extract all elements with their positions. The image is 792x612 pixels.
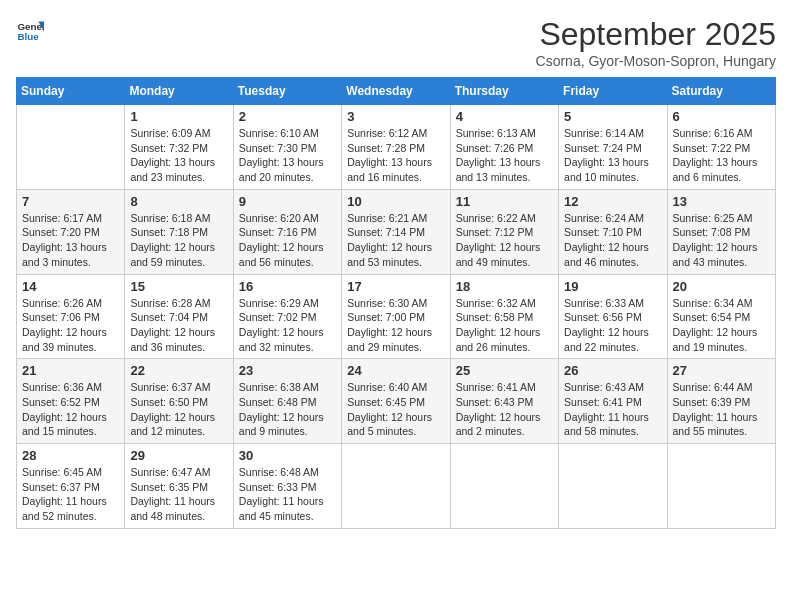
day-info: Sunrise: 6:28 AMSunset: 7:04 PMDaylight:… xyxy=(130,296,227,355)
calendar-cell xyxy=(450,444,558,529)
calendar-cell xyxy=(559,444,667,529)
day-info: Sunrise: 6:47 AMSunset: 6:35 PMDaylight:… xyxy=(130,465,227,524)
day-number: 2 xyxy=(239,109,336,124)
day-number: 14 xyxy=(22,279,119,294)
day-number: 13 xyxy=(673,194,770,209)
day-info: Sunrise: 6:12 AMSunset: 7:28 PMDaylight:… xyxy=(347,126,444,185)
day-number: 26 xyxy=(564,363,661,378)
day-number: 16 xyxy=(239,279,336,294)
day-info: Sunrise: 6:09 AMSunset: 7:32 PMDaylight:… xyxy=(130,126,227,185)
day-number: 3 xyxy=(347,109,444,124)
day-info: Sunrise: 6:13 AMSunset: 7:26 PMDaylight:… xyxy=(456,126,553,185)
day-info: Sunrise: 6:17 AMSunset: 7:20 PMDaylight:… xyxy=(22,211,119,270)
calendar-cell: 20Sunrise: 6:34 AMSunset: 6:54 PMDayligh… xyxy=(667,274,775,359)
day-number: 4 xyxy=(456,109,553,124)
calendar-cell: 6Sunrise: 6:16 AMSunset: 7:22 PMDaylight… xyxy=(667,105,775,190)
calendar-cell: 4Sunrise: 6:13 AMSunset: 7:26 PMDaylight… xyxy=(450,105,558,190)
week-row-3: 14Sunrise: 6:26 AMSunset: 7:06 PMDayligh… xyxy=(17,274,776,359)
day-number: 12 xyxy=(564,194,661,209)
day-number: 19 xyxy=(564,279,661,294)
day-info: Sunrise: 6:25 AMSunset: 7:08 PMDaylight:… xyxy=(673,211,770,270)
calendar-cell: 21Sunrise: 6:36 AMSunset: 6:52 PMDayligh… xyxy=(17,359,125,444)
day-info: Sunrise: 6:40 AMSunset: 6:45 PMDaylight:… xyxy=(347,380,444,439)
header-day-wednesday: Wednesday xyxy=(342,78,450,105)
header: General Blue September 2025 Csorna, Gyor… xyxy=(16,16,776,69)
day-number: 22 xyxy=(130,363,227,378)
calendar-cell: 26Sunrise: 6:43 AMSunset: 6:41 PMDayligh… xyxy=(559,359,667,444)
day-info: Sunrise: 6:33 AMSunset: 6:56 PMDaylight:… xyxy=(564,296,661,355)
day-number: 20 xyxy=(673,279,770,294)
day-info: Sunrise: 6:30 AMSunset: 7:00 PMDaylight:… xyxy=(347,296,444,355)
day-info: Sunrise: 6:26 AMSunset: 7:06 PMDaylight:… xyxy=(22,296,119,355)
day-info: Sunrise: 6:16 AMSunset: 7:22 PMDaylight:… xyxy=(673,126,770,185)
header-day-sunday: Sunday xyxy=(17,78,125,105)
day-info: Sunrise: 6:18 AMSunset: 7:18 PMDaylight:… xyxy=(130,211,227,270)
day-info: Sunrise: 6:29 AMSunset: 7:02 PMDaylight:… xyxy=(239,296,336,355)
calendar-cell: 15Sunrise: 6:28 AMSunset: 7:04 PMDayligh… xyxy=(125,274,233,359)
header-row: SundayMondayTuesdayWednesdayThursdayFrid… xyxy=(17,78,776,105)
header-day-tuesday: Tuesday xyxy=(233,78,341,105)
day-info: Sunrise: 6:45 AMSunset: 6:37 PMDaylight:… xyxy=(22,465,119,524)
day-number: 9 xyxy=(239,194,336,209)
day-info: Sunrise: 6:36 AMSunset: 6:52 PMDaylight:… xyxy=(22,380,119,439)
day-info: Sunrise: 6:34 AMSunset: 6:54 PMDaylight:… xyxy=(673,296,770,355)
calendar-cell: 5Sunrise: 6:14 AMSunset: 7:24 PMDaylight… xyxy=(559,105,667,190)
calendar-cell: 11Sunrise: 6:22 AMSunset: 7:12 PMDayligh… xyxy=(450,189,558,274)
calendar-cell: 18Sunrise: 6:32 AMSunset: 6:58 PMDayligh… xyxy=(450,274,558,359)
calendar-cell: 30Sunrise: 6:48 AMSunset: 6:33 PMDayligh… xyxy=(233,444,341,529)
calendar-cell: 1Sunrise: 6:09 AMSunset: 7:32 PMDaylight… xyxy=(125,105,233,190)
title-area: September 2025 Csorna, Gyor-Moson-Sopron… xyxy=(536,16,776,69)
day-number: 7 xyxy=(22,194,119,209)
calendar-cell: 16Sunrise: 6:29 AMSunset: 7:02 PMDayligh… xyxy=(233,274,341,359)
day-info: Sunrise: 6:22 AMSunset: 7:12 PMDaylight:… xyxy=(456,211,553,270)
header-day-thursday: Thursday xyxy=(450,78,558,105)
calendar-header: SundayMondayTuesdayWednesdayThursdayFrid… xyxy=(17,78,776,105)
calendar-cell: 28Sunrise: 6:45 AMSunset: 6:37 PMDayligh… xyxy=(17,444,125,529)
svg-text:Blue: Blue xyxy=(17,31,39,42)
day-number: 29 xyxy=(130,448,227,463)
calendar-cell: 22Sunrise: 6:37 AMSunset: 6:50 PMDayligh… xyxy=(125,359,233,444)
day-number: 27 xyxy=(673,363,770,378)
day-info: Sunrise: 6:37 AMSunset: 6:50 PMDaylight:… xyxy=(130,380,227,439)
day-number: 5 xyxy=(564,109,661,124)
day-number: 24 xyxy=(347,363,444,378)
calendar-cell: 25Sunrise: 6:41 AMSunset: 6:43 PMDayligh… xyxy=(450,359,558,444)
calendar-cell: 14Sunrise: 6:26 AMSunset: 7:06 PMDayligh… xyxy=(17,274,125,359)
calendar-table: SundayMondayTuesdayWednesdayThursdayFrid… xyxy=(16,77,776,529)
day-info: Sunrise: 6:41 AMSunset: 6:43 PMDaylight:… xyxy=(456,380,553,439)
day-info: Sunrise: 6:48 AMSunset: 6:33 PMDaylight:… xyxy=(239,465,336,524)
day-info: Sunrise: 6:24 AMSunset: 7:10 PMDaylight:… xyxy=(564,211,661,270)
week-row-4: 21Sunrise: 6:36 AMSunset: 6:52 PMDayligh… xyxy=(17,359,776,444)
day-number: 23 xyxy=(239,363,336,378)
calendar-cell: 8Sunrise: 6:18 AMSunset: 7:18 PMDaylight… xyxy=(125,189,233,274)
calendar-cell: 23Sunrise: 6:38 AMSunset: 6:48 PMDayligh… xyxy=(233,359,341,444)
day-info: Sunrise: 6:20 AMSunset: 7:16 PMDaylight:… xyxy=(239,211,336,270)
calendar-cell xyxy=(667,444,775,529)
header-day-saturday: Saturday xyxy=(667,78,775,105)
day-number: 25 xyxy=(456,363,553,378)
calendar-cell: 3Sunrise: 6:12 AMSunset: 7:28 PMDaylight… xyxy=(342,105,450,190)
day-number: 30 xyxy=(239,448,336,463)
header-day-monday: Monday xyxy=(125,78,233,105)
calendar-cell: 9Sunrise: 6:20 AMSunset: 7:16 PMDaylight… xyxy=(233,189,341,274)
calendar-cell: 24Sunrise: 6:40 AMSunset: 6:45 PMDayligh… xyxy=(342,359,450,444)
day-number: 8 xyxy=(130,194,227,209)
calendar-cell: 19Sunrise: 6:33 AMSunset: 6:56 PMDayligh… xyxy=(559,274,667,359)
day-info: Sunrise: 6:43 AMSunset: 6:41 PMDaylight:… xyxy=(564,380,661,439)
day-number: 6 xyxy=(673,109,770,124)
day-info: Sunrise: 6:32 AMSunset: 6:58 PMDaylight:… xyxy=(456,296,553,355)
calendar-cell xyxy=(342,444,450,529)
day-number: 1 xyxy=(130,109,227,124)
day-number: 10 xyxy=(347,194,444,209)
calendar-cell: 10Sunrise: 6:21 AMSunset: 7:14 PMDayligh… xyxy=(342,189,450,274)
day-number: 17 xyxy=(347,279,444,294)
calendar-cell: 12Sunrise: 6:24 AMSunset: 7:10 PMDayligh… xyxy=(559,189,667,274)
day-info: Sunrise: 6:38 AMSunset: 6:48 PMDaylight:… xyxy=(239,380,336,439)
calendar-cell: 27Sunrise: 6:44 AMSunset: 6:39 PMDayligh… xyxy=(667,359,775,444)
calendar-cell: 13Sunrise: 6:25 AMSunset: 7:08 PMDayligh… xyxy=(667,189,775,274)
day-info: Sunrise: 6:44 AMSunset: 6:39 PMDaylight:… xyxy=(673,380,770,439)
subtitle: Csorna, Gyor-Moson-Sopron, Hungary xyxy=(536,53,776,69)
logo: General Blue xyxy=(16,16,44,44)
day-number: 18 xyxy=(456,279,553,294)
day-number: 28 xyxy=(22,448,119,463)
